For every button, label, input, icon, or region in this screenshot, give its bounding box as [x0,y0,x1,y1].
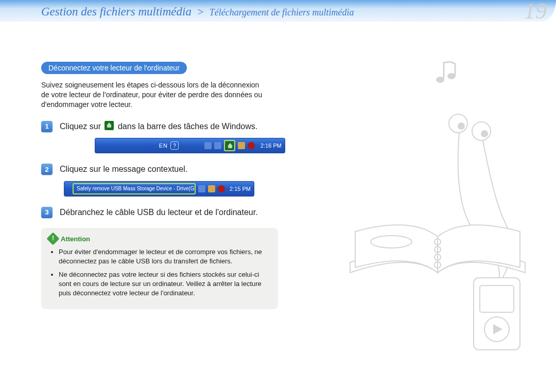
notebook-icon [350,225,525,273]
intro-paragraph: Suivez soigneusement les étapes ci-desso… [41,80,263,110]
breadcrumb: Gestion des fichiers multimédia > Téléch… [41,5,354,19]
step-1-text: Cliquez sur dans la barre des tâches de … [60,121,276,132]
svg-point-5 [481,130,488,137]
mp3-player-icon [474,278,520,350]
windows-taskbar-screenshot-2: Safely remove USB Mass Storage Device - … [64,181,254,197]
step-2-text: Cliquez sur le message contextuel. [60,164,276,175]
tray-icon [204,142,212,149]
step-list: 1 Cliquez sur dans la barre des tâches d… [41,121,299,218]
illustration-svg [335,57,541,365]
tray-icon [248,142,255,149]
step-1-text-before: Cliquez sur [60,122,103,131]
svg-rect-12 [480,286,514,312]
music-note-icon [436,62,456,83]
step-number-badge: 3 [41,207,53,218]
svg-point-3 [472,122,491,140]
step-1: 1 Cliquez sur dans la barre des tâches d… [41,121,299,154]
svg-point-2 [449,114,467,133]
step-3: 3 Débranchez le câble USB du lecteur et … [41,207,299,218]
tray-icon [238,142,245,149]
taskbar-lang-indicator: EN [159,142,168,149]
attention-item: Pour éviter d'endommager le lecteur et d… [59,247,271,266]
step-number-badge: 1 [41,121,53,132]
tray-icon [218,185,225,192]
svg-point-4 [458,122,465,130]
attention-list: Pour éviter d'endommager le lecteur et d… [48,247,271,298]
step-1-text-after: dans la barre des tâches de Windows. [115,122,257,131]
attention-box: Attention Pour éviter d'endommager le le… [41,228,278,309]
safely-remove-hardware-icon [105,121,114,130]
step-number-badge: 2 [41,164,53,175]
attention-icon [46,233,59,245]
safely-remove-hardware-icon [225,141,234,150]
taskbar-clock: 2:15 PM [230,186,251,192]
tray-icon [214,142,221,149]
attention-item: Ne déconnectez pas votre lecteur si des … [59,270,271,298]
windows-taskbar-screenshot-1: EN ? 2:16 PM [95,138,285,153]
highlighted-popup-message: Safely remove USB Mass Storage Device - … [73,183,196,194]
highlighted-safely-remove-icon [224,140,235,151]
breadcrumb-main: Gestion des fichiers multimédia [41,5,192,18]
decorative-illustration [335,57,541,365]
attention-label: Attention [61,235,90,243]
section-title-pill: Déconnectez votre lecteur de l'ordinateu… [41,62,187,74]
tray-icon [208,185,215,192]
step-3-text: Débranchez le câble USB du lecteur et de… [60,207,276,218]
breadcrumb-separator: > [197,5,204,18]
popup-message-text: Safely remove USB Mass Storage Device - … [77,186,196,191]
taskbar-clock: 2:16 PM [260,142,282,149]
content-column: Déconnectez votre lecteur de l'ordinateu… [41,62,299,309]
page-number: 19 [524,0,547,24]
breadcrumb-sub: Téléchargement de fichiers multimédia [210,7,354,17]
tray-icon [198,185,205,192]
taskbar-help-icon: ? [170,141,179,150]
attention-header: Attention [48,234,271,243]
step-2: 2 Cliquez sur le message contextuel. Saf… [41,164,299,197]
